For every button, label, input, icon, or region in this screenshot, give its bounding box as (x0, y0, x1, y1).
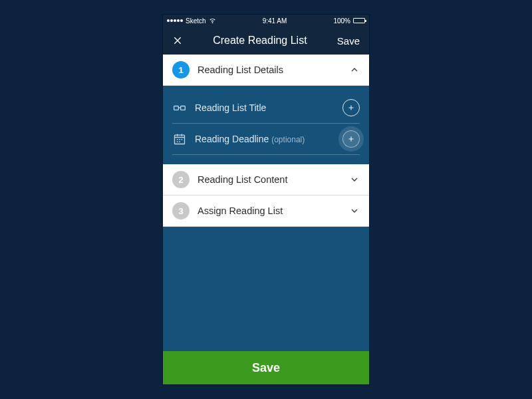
status-left: Sketch (167, 17, 216, 25)
chevron-up-icon (349, 65, 360, 75)
status-time: 9:41 AM (263, 17, 287, 25)
nav-bar: Create Reading List Save (163, 27, 369, 55)
status-bar: Sketch 9:41 AM 100% (163, 15, 369, 27)
section-label-details: Reading List Details (198, 65, 341, 75)
chevron-down-icon (349, 205, 360, 216)
section-header-assign[interactable]: 3 Assign Reading List (163, 196, 369, 227)
add-deadline-button[interactable] (342, 130, 360, 148)
carrier-label: Sketch (186, 17, 206, 25)
deadline-optional: (optional) (271, 135, 305, 144)
section-label-assign: Assign Reading List (198, 205, 341, 216)
wifi-icon (209, 17, 216, 25)
signal-dots-icon (167, 19, 183, 22)
section-header-details[interactable]: 1 Reading List Details (163, 55, 369, 86)
row-reading-list-title[interactable]: Reading List Title (172, 92, 360, 124)
save-button-label: Save (252, 361, 280, 375)
section-label-content: Reading List Content (198, 174, 341, 185)
battery-percent: 100% (333, 17, 350, 25)
add-title-button[interactable] (342, 99, 360, 116)
save-button[interactable]: Save (163, 351, 369, 384)
row-label-deadline: Reading Deadline (optional) (195, 134, 334, 144)
svg-rect-1 (181, 106, 186, 110)
battery-icon (353, 18, 365, 23)
close-button[interactable] (172, 35, 183, 46)
phone-frame: Sketch 9:41 AM 100% Create Reading List … (163, 15, 369, 384)
row-reading-deadline[interactable]: Reading Deadline (optional) (172, 124, 360, 155)
content-spacer (163, 227, 369, 351)
section-body-details: Reading List Title Reading Deadline (opt… (163, 86, 369, 164)
row-label-title: Reading List Title (195, 102, 334, 113)
status-right: 100% (333, 17, 365, 25)
svg-rect-0 (174, 106, 179, 110)
step-badge-2: 2 (172, 171, 190, 188)
step-badge-1: 1 (172, 61, 190, 78)
page-title: Create Reading List (213, 35, 307, 47)
deadline-text: Reading Deadline (195, 134, 271, 144)
nav-save-button[interactable]: Save (337, 35, 360, 47)
section-header-content[interactable]: 2 Reading List Content (163, 164, 369, 196)
chevron-down-icon (349, 174, 360, 185)
step-badge-3: 3 (172, 202, 190, 219)
glasses-icon (172, 100, 187, 115)
calendar-icon (172, 132, 187, 146)
